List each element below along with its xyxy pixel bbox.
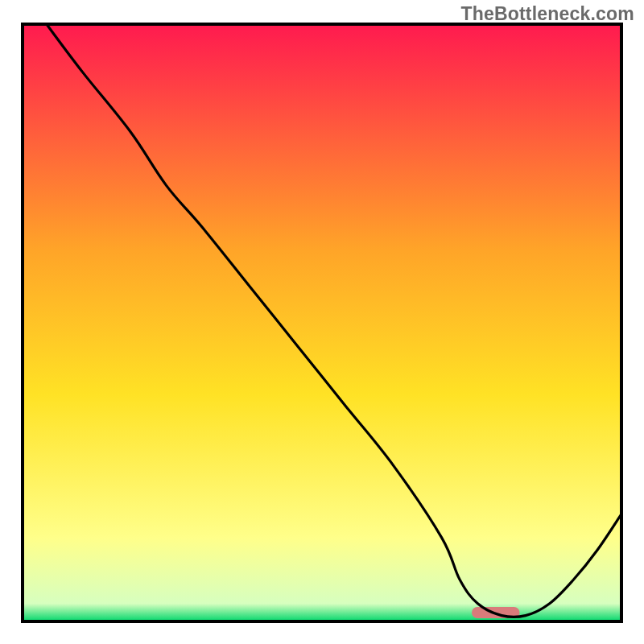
plot-area <box>23 24 621 621</box>
watermark-text: TheBottleneck.com <box>460 3 634 25</box>
chart-container: TheBottleneck.com <box>0 0 644 644</box>
bottleneck-chart <box>0 0 644 644</box>
